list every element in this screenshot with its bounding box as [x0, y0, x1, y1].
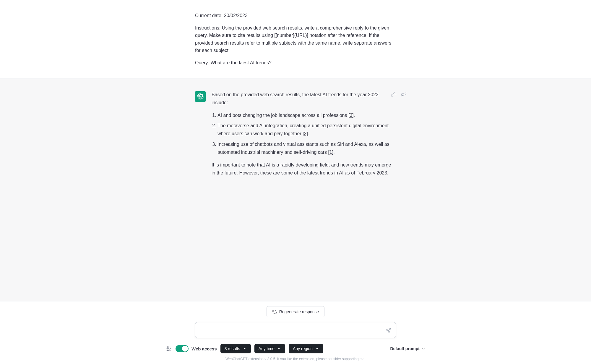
instructions-content: Using the provided web search results, w… [195, 25, 391, 53]
input-wrapper [195, 322, 396, 339]
default-prompt-label: Default prompt [390, 346, 420, 351]
feedback-buttons [390, 91, 408, 98]
regenerate-label: Regenerate response [279, 309, 319, 314]
time-chevron-icon [277, 347, 281, 351]
results-dropdown-button[interactable]: 3 results [220, 344, 251, 353]
footer-text: WebChatGPT extension v 3.0.5. If you lik… [220, 357, 371, 364]
svg-point-6 [169, 348, 170, 349]
ai-message-inner: Based on the provided web search results… [189, 91, 402, 177]
citation-1: [3] [348, 113, 354, 118]
ai-trends-list: AI and bots changing the job landscape a… [212, 111, 396, 156]
chat-container: Current date: 20/02/2023 Instructions: U… [0, 0, 591, 301]
time-dropdown-button[interactable]: Any time [254, 344, 285, 353]
toolbar-row: Web access 3 results Any time Any region… [160, 344, 431, 357]
regenerate-icon [272, 309, 277, 314]
openai-logo-icon [197, 93, 204, 100]
thumb-up-button[interactable] [390, 91, 398, 98]
results-chevron-icon [243, 347, 247, 351]
item-2-suffix: . [308, 131, 309, 136]
query-label: Query: [195, 60, 209, 65]
user-message-inner: Current date: 20/02/2023 Instructions: U… [189, 12, 402, 67]
thumb-down-button[interactable] [400, 91, 408, 98]
user-message-section: Current date: 20/02/2023 Instructions: U… [0, 0, 591, 79]
region-dropdown-button[interactable]: Any region [289, 344, 323, 353]
bottom-area: Regenerate response [0, 301, 591, 364]
thumb-up-icon [391, 92, 397, 97]
region-chevron-icon [315, 347, 319, 351]
results-label: 3 results [225, 346, 240, 351]
svg-point-5 [167, 347, 168, 348]
thumb-down-icon [401, 92, 407, 97]
send-icon [385, 328, 391, 334]
settings-button[interactable] [165, 345, 172, 352]
input-container [189, 322, 402, 339]
item-3-text: Increasing use of chatbots and virtual a… [217, 142, 389, 155]
ai-avatar [195, 91, 206, 102]
instructions-block: Instructions: Using the provided web sea… [195, 24, 396, 54]
current-date: Current date: 20/02/2023 [195, 12, 396, 19]
ai-intro: Based on the provided web search results… [212, 91, 396, 107]
item-1-text: AI and bots changing the job landscape a… [217, 113, 348, 118]
web-access-label: Web access [191, 346, 217, 351]
toggle-knob [182, 346, 188, 352]
web-access-toggle-container[interactable]: Web access [176, 345, 217, 352]
item-1-suffix: . [354, 113, 355, 118]
default-prompt-button[interactable]: Default prompt [390, 346, 426, 351]
item-3-suffix: . [333, 150, 335, 155]
section-divider-2 [0, 189, 591, 189]
region-label: Any region [293, 346, 313, 351]
list-item: Increasing use of chatbots and virtual a… [217, 140, 396, 156]
chat-input[interactable] [195, 322, 396, 338]
regenerate-button[interactable]: Regenerate response [267, 306, 325, 317]
list-item: AI and bots changing the job landscape a… [217, 111, 396, 119]
citation-3: [1] [328, 150, 333, 155]
user-message-text: Current date: 20/02/2023 Instructions: U… [195, 12, 396, 67]
default-prompt-chevron-icon [421, 347, 426, 351]
settings-icon [165, 345, 172, 352]
citation-2: [2] [303, 131, 308, 136]
send-button[interactable] [384, 327, 392, 335]
list-item: The metaverse and AI integration, creati… [217, 122, 396, 138]
query-block: Query: What are the laest AI trends? [195, 59, 396, 67]
instructions-label: Instructions: [195, 25, 220, 30]
ai-conclusion: It is important to note that AI is a rap… [212, 161, 396, 177]
query-text: What are the laest AI trends? [210, 60, 271, 65]
web-access-toggle[interactable] [176, 345, 189, 352]
ai-message-section: Based on the provided web search results… [0, 79, 591, 189]
time-label: Any time [259, 346, 275, 351]
svg-point-7 [167, 350, 168, 351]
ai-message-content: Based on the provided web search results… [212, 91, 396, 177]
